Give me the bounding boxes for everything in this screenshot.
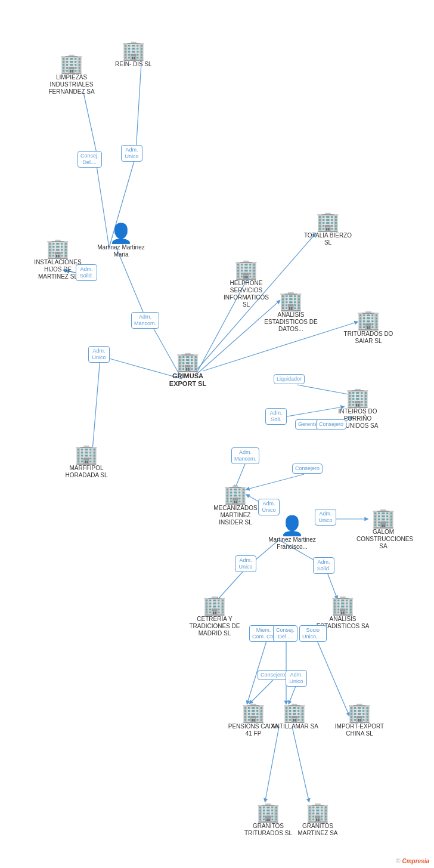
building-icon-pensions: 🏢	[241, 703, 265, 722]
watermark: © Cmpresia	[396, 858, 429, 864]
building-icon-marffipol: 🏢	[75, 444, 98, 464]
label-grimusa: GRIMUSA EXPORT SL	[161, 372, 215, 388]
building-icon-galom: 🏢	[371, 508, 395, 527]
diagram-canvas: 🏢 REIN- DIS SL 🏢 LIMPIEZAS INDUSTRIALES …	[0, 0, 434, 868]
watermark-brand: Cmpresia	[402, 858, 429, 864]
building-icon-grimusa: 🏢	[176, 352, 200, 371]
label-limpiezas: LIMPIEZAS INDUSTRIALES FERNANDEZ SA	[45, 74, 98, 95]
person-icon-maria: 👤	[109, 224, 133, 243]
node-mecanizados: 🏢 MECANIZADOS MARTINEZ INSIDER SL	[209, 484, 262, 526]
svg-line-6	[116, 248, 146, 319]
label-triturados: TRITURADOS DO SAIAR SL	[342, 330, 395, 345]
building-icon-granitos-martinez: 🏢	[306, 802, 330, 821]
person-icon-francisco: 👤	[280, 516, 304, 535]
node-totalia: 🏢 TOTALIA BIERZO SL	[301, 212, 355, 246]
label-analisis1: ANALISIS ESTADISTICOS DE DATOS...	[264, 311, 318, 333]
building-icon-import-export: 🏢	[348, 703, 371, 722]
svg-line-28	[250, 680, 273, 703]
svg-line-7	[92, 358, 100, 450]
label-totalia: TOTALIA BIERZO SL	[301, 232, 355, 246]
label-mecanizados: MECANIZADOS MARTINEZ INSIDER SL	[209, 505, 262, 526]
connection-lines	[0, 0, 434, 868]
building-icon-cetreria: 🏢	[203, 595, 227, 614]
node-marffipol: 🏢 MARFFIPOL HORADADA SL	[60, 444, 113, 479]
node-rein-dis: 🏢 REIN- DIS SL	[115, 41, 152, 68]
node-cetreria: 🏢 CETRERIA Y TRADICIONES DE MADRID SL	[188, 595, 241, 637]
building-icon-inteiros: 🏢	[346, 388, 370, 407]
building-icon-rein-dis: 🏢	[122, 41, 145, 60]
badge-adm-mancom-2[interactable]: Adm.Mancom.	[231, 447, 259, 464]
svg-line-1	[136, 63, 141, 152]
building-icon-triturados: 🏢	[356, 310, 380, 329]
badge-consejero-3[interactable]: Consejero	[258, 670, 288, 680]
label-rein-dis: REIN- DIS SL	[115, 61, 152, 68]
building-icon-granitos-triturados: 🏢	[256, 802, 280, 821]
node-granitos-triturados: 🏢 GRANITOS TRITURADOS SL	[241, 802, 295, 837]
svg-line-25	[247, 635, 268, 703]
svg-line-30	[265, 727, 279, 801]
badge-adm-unico-2[interactable]: Adm.Unico	[88, 346, 110, 363]
building-icon-helphone: 🏢	[234, 260, 258, 279]
badge-adm-unico-6[interactable]: Adm.Unico	[286, 670, 307, 687]
building-icon-limpiezas: 🏢	[60, 54, 83, 73]
node-martinez-francisco: 👤 Martinez Martinez Francisco...	[265, 516, 319, 551]
label-marffipol: MARFFIPOL HORADADA SL	[60, 465, 113, 479]
badge-adm-unico-3[interactable]: Adm.Unico	[258, 499, 280, 515]
label-martinez-maria: Martinez Martinez Maria	[94, 244, 148, 258]
badge-consejero-2[interactable]: Consejero	[292, 464, 323, 474]
building-icon-mecanizados: 🏢	[224, 484, 247, 503]
node-granitos-martinez: 🏢 GRANITOS MARTINEZ SA	[291, 802, 345, 837]
badge-adm-soli[interactable]: Adm.Soli.	[265, 408, 287, 425]
label-galom: GALOM CONSTRUCCIONES SA	[356, 529, 410, 550]
node-limpiezas: 🏢 LIMPIEZAS INDUSTRIALES FERNANDEZ SA	[45, 54, 98, 95]
badge-adm-unico-5[interactable]: Adm.Unico	[235, 555, 256, 572]
node-triturados: 🏢 TRITURADOS DO SAIAR SL	[342, 310, 395, 345]
badge-liquidador[interactable]: Liquidador	[274, 374, 305, 384]
badge-adm-unico-1[interactable]: Adm.Unico	[121, 145, 142, 162]
label-cetreria: CETRERIA Y TRADICIONES DE MADRID SL	[188, 616, 241, 637]
building-icon-analisis2: 🏢	[331, 595, 355, 614]
building-icon-antillamar: 🏢	[283, 703, 306, 722]
label-granitos-triturados: GRANITOS TRITURADOS SL	[241, 823, 295, 837]
node-galom: 🏢 GALOM CONSTRUCCIONES SA	[356, 508, 410, 550]
badge-socio-unico[interactable]: SocioUnico,....	[299, 625, 327, 642]
label-martinez-francisco: Martinez Martinez Francisco...	[265, 536, 319, 551]
badge-consej-del-1[interactable]: Consej.Del....	[78, 151, 102, 168]
node-analisis1: 🏢 ANALISIS ESTADISTICOS DE DATOS...	[264, 291, 318, 333]
node-martinez-maria: 👤 Martinez Martinez Maria	[94, 224, 148, 258]
badge-consejero-1[interactable]: Consejero	[316, 419, 346, 430]
node-antillamar: 🏢 ANTILLAMAR SA	[271, 703, 318, 730]
building-icon-totalia: 🏢	[316, 212, 340, 231]
badge-consej-del-2[interactable]: Consej.Del....	[273, 625, 297, 642]
label-import-export: IMPORT-EXPORT CHINA SL	[333, 723, 386, 737]
building-icon-instalaciones: 🏢	[46, 239, 70, 258]
building-icon-analisis1: 🏢	[279, 291, 303, 310]
node-import-export: 🏢 IMPORT-EXPORT CHINA SL	[333, 703, 386, 737]
badge-adm-mancom-1[interactable]: Adm.Mancom.	[131, 312, 159, 329]
badge-adm-unico-4[interactable]: Adm.Unico	[315, 509, 336, 526]
svg-line-31	[292, 727, 309, 801]
badge-adm-solid-1[interactable]: Adm.Solid.	[76, 264, 97, 281]
label-antillamar: ANTILLAMAR SA	[271, 723, 318, 730]
node-grimusa: 🏢 GRIMUSA EXPORT SL	[161, 352, 215, 388]
label-granitos-martinez: GRANITOS MARTINEZ SA	[291, 823, 345, 837]
badge-adm-solid-2[interactable]: Adm.Solid.	[313, 557, 334, 574]
